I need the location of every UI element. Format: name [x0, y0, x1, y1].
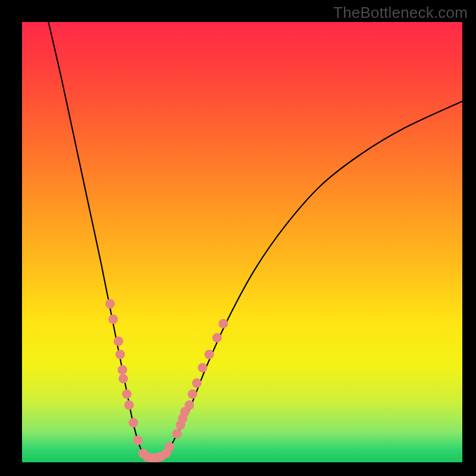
data-marker: [122, 389, 131, 399]
data-marker: [118, 374, 128, 383]
data-marker: [165, 442, 174, 452]
data-marker: [205, 350, 214, 359]
plot-area: [22, 22, 462, 462]
bottleneck-curve: [48, 22, 462, 458]
data-marker: [124, 400, 134, 410]
data-marker: [129, 418, 138, 427]
data-marker: [118, 365, 127, 375]
data-marker: [115, 350, 125, 359]
data-marker: [218, 319, 228, 328]
chart-stage: TheBottleneck.com: [0, 0, 476, 476]
data-marker: [172, 429, 181, 439]
data-marker: [184, 400, 194, 410]
chart-overlay: [22, 22, 462, 462]
data-marker: [105, 299, 115, 309]
data-markers: [105, 299, 228, 462]
data-marker: [187, 389, 197, 399]
data-marker: [114, 337, 123, 346]
data-marker: [198, 363, 207, 372]
data-marker: [212, 333, 222, 343]
data-marker: [133, 436, 143, 445]
watermark-text: TheBottleneck.com: [333, 4, 468, 22]
data-marker: [108, 315, 118, 324]
data-marker: [192, 378, 202, 388]
